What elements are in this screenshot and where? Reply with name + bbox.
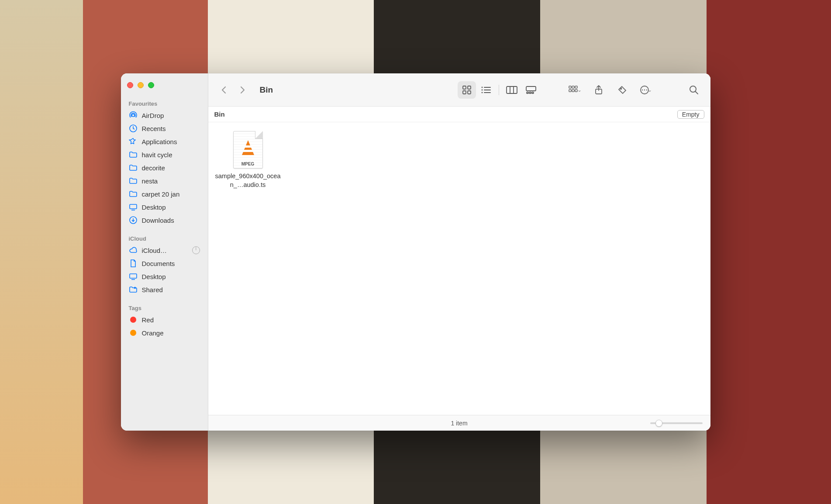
sidebar-item-label: Documents [142,260,175,267]
svg-point-14 [481,89,483,90]
item-count: 1 item [451,420,467,427]
svg-rect-8 [463,86,466,89]
chevron-down-icon: ⌄ [648,87,652,93]
share-button[interactable] [590,81,607,99]
sidebar-item[interactable]: Shared [124,283,204,296]
sidebar-item[interactable]: nesta [124,174,204,187]
sidebar-item-label: Recents [142,125,166,132]
shared-icon [129,285,138,294]
folder-icon [129,176,138,185]
desktop-icon [129,203,138,211]
sidebar-item-label: iCloud… [142,247,167,254]
svg-rect-10 [463,91,466,94]
svg-rect-28 [569,90,571,92]
slider-knob[interactable] [655,420,662,427]
sidebar-item-label: nesta [142,177,158,185]
sidebar-item[interactable]: Downloads [124,214,204,227]
sidebar-item-label: Red [142,316,154,324]
forward-button[interactable] [234,82,250,98]
sidebar-item-label: Shared [142,286,163,293]
toolbar: Bin ⌄ [208,73,710,107]
sidebar-item[interactable]: carpet 20 jan [124,187,204,200]
path-location: Bin [214,110,225,118]
zoom-window-button[interactable] [148,82,154,88]
svg-point-36 [646,89,647,90]
progress-indicator-icon [192,246,200,254]
view-switcher [458,81,540,99]
sidebar-item-label: Orange [142,329,164,337]
svg-rect-22 [527,92,528,93]
clock-icon [129,124,138,133]
sidebar-item-label: Applications [142,138,177,145]
svg-line-38 [695,91,698,94]
sidebar-item[interactable]: Desktop [124,270,204,283]
group-by-button[interactable]: ⌄ [566,81,584,99]
close-window-button[interactable] [127,82,133,88]
action-button[interactable]: ⌄ [637,81,655,99]
tags-button[interactable] [614,81,631,99]
sidebar-item[interactable]: Documents [124,257,204,270]
sidebar-item-label: havit cycle [142,151,172,159]
sidebar-item[interactable]: iCloud… [124,244,204,257]
sidebar-item-label: carpet 20 jan [142,190,180,198]
svg-rect-25 [569,86,571,88]
document-icon [129,259,138,268]
svg-point-0 [132,114,134,117]
sidebar-item[interactable]: havit cycle [124,148,204,161]
desktop-icon [129,272,138,281]
svg-point-12 [481,86,483,88]
status-bar: 1 item [208,415,710,431]
sidebar-section-label: iCloud [124,233,204,244]
svg-rect-9 [468,86,471,89]
svg-rect-11 [468,91,471,94]
svg-rect-23 [529,92,531,93]
minimize-window-button[interactable] [138,82,144,88]
path-bar: Bin Empty [208,107,710,122]
sidebar-item-label: AirDrop [142,112,164,119]
sidebar-item-label: Desktop [142,204,166,211]
main-pane: Bin ⌄ [208,73,710,431]
file-icon: MPEG [233,131,263,169]
sidebar-item[interactable]: Desktop [124,200,204,214]
empty-trash-button[interactable]: Empty [677,110,704,119]
svg-rect-18 [507,86,517,93]
apps-icon [129,137,138,146]
svg-point-35 [644,89,645,90]
svg-point-32 [620,88,621,89]
cloud-icon [129,246,138,255]
sidebar-item[interactable]: Applications [124,135,204,148]
folder-icon [129,163,138,172]
sidebar-item-label: Downloads [142,217,174,224]
svg-rect-2 [130,204,137,209]
folder-icon [129,190,138,198]
sidebar: FavouritesAirDropRecentsApplicationshavi… [121,73,208,431]
svg-rect-5 [130,274,137,278]
column-view-button[interactable] [503,81,521,99]
window-title: Bin [258,85,273,95]
sidebar-item-label: Desktop [142,273,166,280]
file-area[interactable]: MPEGsample_960x400_ocean_…audio.ts [208,122,710,415]
svg-rect-21 [526,86,536,91]
sidebar-item-label: decorite [142,164,165,172]
format-badge: MPEG [241,162,255,166]
svg-point-16 [481,92,483,93]
svg-point-34 [641,89,642,90]
gallery-view-button[interactable] [522,81,540,99]
sidebar-item[interactable]: decorite [124,161,204,174]
sidebar-item[interactable]: AirDrop [124,109,204,122]
icon-size-slider[interactable] [650,422,703,424]
search-button[interactable] [685,81,703,99]
svg-rect-24 [532,92,534,93]
file-name: sample_960x400_ocean_…audio.ts [215,172,281,189]
sidebar-item[interactable]: Orange [124,326,204,339]
sidebar-item[interactable]: Recents [124,122,204,135]
file-item[interactable]: MPEGsample_960x400_ocean_…audio.ts [215,129,281,189]
back-button[interactable] [216,82,232,98]
sidebar-item[interactable]: Red [124,313,204,326]
list-view-button[interactable] [477,81,495,99]
airdrop-icon [129,111,138,120]
icon-view-button[interactable] [458,81,476,99]
download-icon [129,216,138,224]
tag-icon [129,328,138,337]
tag-icon [129,315,138,324]
